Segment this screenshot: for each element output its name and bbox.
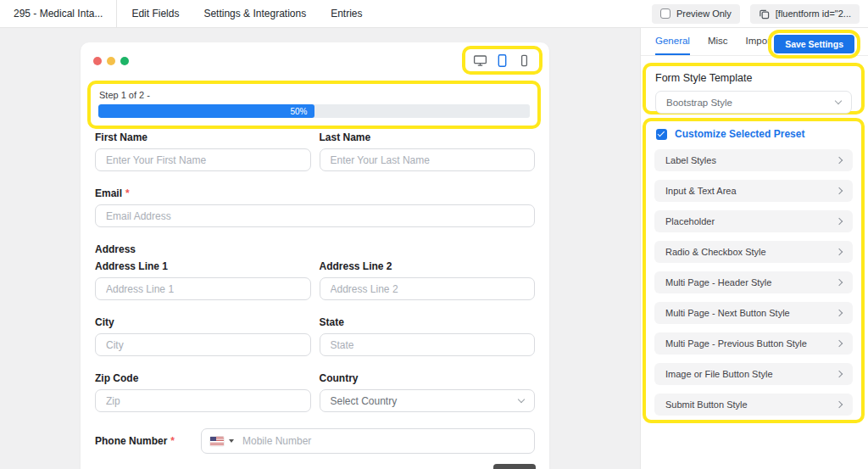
email-input[interactable] [95, 204, 535, 227]
preview-only-checkbox[interactable] [660, 8, 670, 19]
shortcode-copy-button[interactable]: [fluentform id="2... [750, 4, 860, 24]
chevron-right-icon [836, 157, 843, 164]
chevron-right-icon [836, 310, 843, 316]
phone-input[interactable]: Mobile Number [201, 428, 535, 454]
address-line1-label: Address Line 1 [95, 260, 311, 272]
zip-input[interactable] [95, 389, 311, 412]
city-label: City [95, 316, 311, 328]
window-expand-dot-icon [120, 57, 129, 65]
tablet-icon[interactable] [495, 53, 509, 68]
progress-track: 50% [98, 104, 530, 118]
window-controls [93, 57, 129, 65]
save-settings-highlight: Save Settings [768, 30, 860, 59]
device-switcher-highlight [462, 46, 542, 75]
settings-panel: General Misc Import Save Settings Form S… [640, 28, 868, 469]
progress-percent: 50% [290, 107, 307, 116]
next-button[interactable] [493, 464, 536, 469]
address-line1-input[interactable] [95, 277, 311, 300]
step-progress-section: Step 1 of 2 - 50% [87, 81, 541, 129]
preview-only-toggle[interactable]: Preview Only [652, 4, 740, 24]
last-name-label: Last Name [320, 131, 536, 143]
copy-icon [759, 8, 770, 20]
address-section-label: Address [95, 243, 535, 255]
zip-label: Zip Code [95, 372, 311, 384]
panel-tab-misc[interactable]: Misc [708, 28, 728, 55]
first-name-label: First Name [95, 131, 311, 143]
panel-tab-general[interactable]: General [655, 28, 690, 55]
email-label: Email* [95, 187, 535, 199]
state-label: State [320, 316, 536, 328]
progress-fill: 50% [98, 104, 314, 118]
mobile-icon[interactable] [517, 53, 531, 68]
preview-only-label: Preview Only [676, 8, 732, 19]
chevron-right-icon [836, 218, 843, 225]
flag-dropdown-caret-icon[interactable] [229, 439, 234, 443]
form-title[interactable]: 295 - Medical Inta... [0, 0, 117, 27]
chevron-down-icon [518, 396, 525, 403]
customize-preset-toggle[interactable]: Customize Selected Preset [656, 128, 853, 140]
customize-preset-checkbox[interactable] [656, 129, 667, 140]
window-minimize-dot-icon [107, 57, 115, 65]
form-style-template-section: Form Style Template Bootstrap Style [643, 63, 865, 114]
form-preview-area: Step 1 of 2 - 50% First Name [0, 28, 640, 469]
chevron-right-icon [836, 401, 843, 408]
accordion-submit-button-style[interactable]: Submit Button Style [654, 394, 853, 416]
window-close-dot-icon [93, 57, 102, 65]
us-flag-icon[interactable] [210, 437, 224, 446]
form-style-template-select[interactable]: Bootstrap Style [655, 91, 852, 114]
chevron-right-icon [836, 248, 843, 255]
phone-label: Phone Number* [95, 435, 201, 447]
last-name-input[interactable] [320, 148, 536, 171]
accordion-multipage-next-button-style[interactable]: Multi Page - Next Button Style [654, 302, 853, 324]
address-line2-label: Address Line 2 [320, 260, 536, 272]
state-input[interactable] [320, 333, 536, 356]
accordion-image-file-button-style[interactable]: Image or File Button Style [654, 363, 853, 385]
customize-preset-section: Customize Selected Preset Label Styles I… [643, 118, 865, 423]
desktop-icon[interactable] [473, 53, 487, 68]
chevron-right-icon [836, 371, 843, 377]
phone-placeholder: Mobile Number [242, 435, 311, 447]
save-settings-button[interactable]: Save Settings [774, 35, 854, 53]
step-label: Step 1 of 2 - [99, 90, 530, 100]
city-input[interactable] [95, 333, 311, 356]
chevron-right-icon [836, 187, 843, 194]
accordion-multipage-previous-button-style[interactable]: Multi Page - Previous Button Style [654, 332, 853, 355]
form-fields: First Name Last Name Email* [95, 131, 535, 454]
fluent-forms-settings-screen: 295 - Medical Inta... Edit Fields Settin… [0, 0, 868, 469]
accordion-placeholder[interactable]: Placeholder [654, 210, 853, 232]
required-asterisk: * [170, 435, 175, 447]
top-bar: 295 - Medical Inta... Edit Fields Settin… [0, 0, 868, 28]
first-name-input[interactable] [95, 148, 311, 171]
accordion-multipage-header-style[interactable]: Multi Page - Header Style [654, 271, 853, 293]
preview-window: Step 1 of 2 - 50% First Name [81, 42, 549, 469]
tab-edit-fields[interactable]: Edit Fields [131, 8, 179, 20]
country-label: Country [320, 372, 536, 384]
tab-entries[interactable]: Entries [331, 8, 362, 20]
country-select[interactable]: Select Country [320, 389, 536, 412]
chevron-right-icon [836, 279, 843, 286]
form-style-template-label: Form Style Template [655, 72, 852, 84]
top-nav: Edit Fields Settings & Integrations Entr… [131, 8, 362, 20]
chevron-right-icon [836, 340, 843, 347]
accordion-label-styles[interactable]: Label Styles [654, 149, 853, 171]
tab-settings-integrations[interactable]: Settings & Integrations [203, 8, 306, 20]
address-line2-input[interactable] [320, 277, 536, 300]
chevron-down-icon [835, 98, 842, 104]
accordion-radio-checkbox-style[interactable]: Radio & Checkbox Style [654, 241, 853, 263]
shortcode-label: [fluentform id="2... [776, 8, 851, 19]
accordion-input-text-area[interactable]: Input & Text Area [654, 180, 853, 202]
required-asterisk: * [125, 187, 130, 199]
